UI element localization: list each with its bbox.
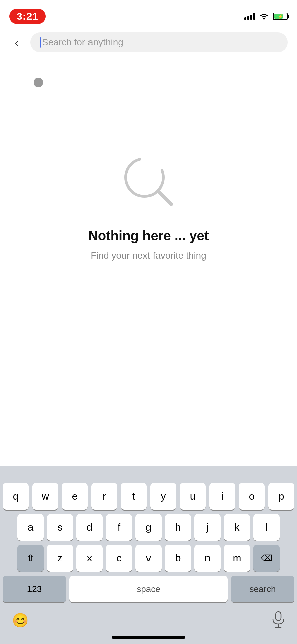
key-o[interactable]: o [239,483,265,510]
key-x[interactable]: x [76,545,103,572]
key-l[interactable]: l [253,514,280,541]
key-w[interactable]: w [32,483,58,510]
wifi-icon [259,13,269,20]
status-bar: 3:21 ⚡ [0,0,297,27]
empty-state: Nothing here ... yet Find your next favo… [0,58,297,313]
key-e[interactable]: e [62,483,88,510]
svg-line-2 [158,191,171,204]
key-m[interactable]: m [224,545,250,572]
back-chevron-icon: ‹ [15,37,18,48]
keyboard-top-bar [0,466,297,483]
dot-indicator [34,78,43,87]
key-j[interactable]: j [194,514,221,541]
key-q[interactable]: q [3,483,29,510]
svg-point-0 [263,18,265,20]
status-time-bg: 3:21 [9,9,46,24]
key-y[interactable]: y [150,483,176,510]
text-cursor [40,37,41,48]
key-g[interactable]: g [135,514,162,541]
home-indicator [112,636,185,639]
key-n[interactable]: n [194,545,221,572]
svg-rect-3 [276,612,281,621]
keyboard-row-1: q w e r t y u i o p [0,483,297,510]
search-key[interactable]: search [231,576,294,602]
keyboard-utility-row: 😊 [0,606,297,633]
empty-subtitle: Find your next favorite thing [91,250,206,261]
empty-title: Nothing here ... yet [88,228,209,244]
keyboard-row-4: 123 space search [0,576,297,602]
search-placeholder: Search for anything [42,37,123,48]
key-a[interactable]: a [17,514,44,541]
delete-key[interactable]: ⌫ [253,545,280,572]
key-d[interactable]: d [76,514,103,541]
key-r[interactable]: r [91,483,117,510]
microphone-icon [272,611,285,628]
battery-icon: ⚡ [273,13,288,20]
key-b[interactable]: b [165,545,191,572]
space-key[interactable]: space [69,576,228,602]
status-icons: ⚡ [244,13,288,20]
key-v[interactable]: v [135,545,162,572]
shift-key[interactable]: ⇧ [17,545,44,572]
key-i[interactable]: i [209,483,235,510]
keyboard-row-2: a s d f g h j k l [0,514,297,541]
back-button[interactable]: ‹ [9,35,24,50]
key-k[interactable]: k [224,514,250,541]
key-t[interactable]: t [121,483,147,510]
key-z[interactable]: z [47,545,73,572]
keyboard-row-3: ⇧ z x c v b n m ⌫ [0,545,297,572]
emoji-key[interactable]: 😊 [12,612,29,628]
key-c[interactable]: c [106,545,132,572]
key-f[interactable]: f [106,514,132,541]
status-time: 3:21 [17,11,38,22]
search-input-container[interactable]: Search for anything [30,32,288,52]
microphone-key[interactable] [272,611,285,629]
key-h[interactable]: h [165,514,191,541]
key-u[interactable]: u [180,483,206,510]
search-header: ‹ Search for anything [0,27,297,58]
signal-bars-icon [244,13,255,20]
key-s[interactable]: s [47,514,73,541]
search-illustration [115,150,182,212]
keyboard: q w e r t y u i o p a s d f g h j k l ⇧ … [0,466,297,644]
key-p[interactable]: p [268,483,294,510]
numbers-key[interactable]: 123 [3,576,66,602]
